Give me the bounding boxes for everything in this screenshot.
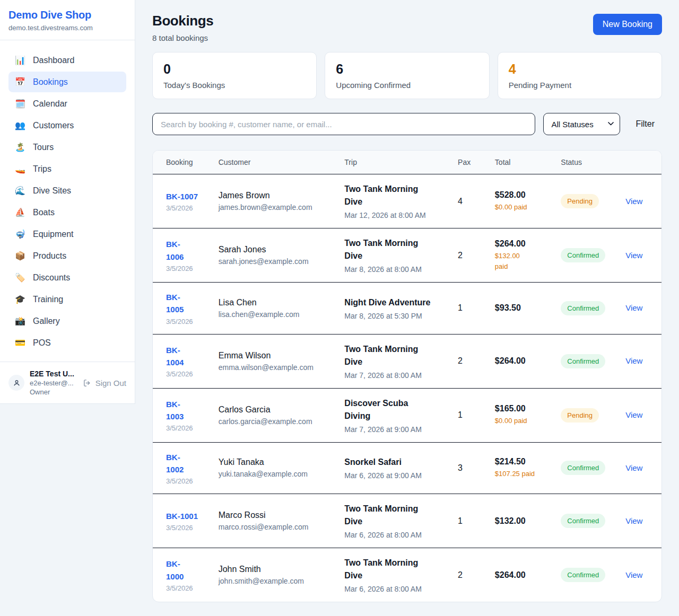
customer-email: yuki.tanaka@example.com [219, 470, 332, 478]
sidebar-item-label: POS [33, 338, 51, 348]
table-row: BK- 10063/5/2026Sarah Jonessarah.jones@e… [153, 228, 661, 283]
sidebar-item-boats[interactable]: ⛵Boats [8, 202, 126, 223]
column-header-actions [619, 151, 661, 174]
stats-row: 0Today's Bookings6Upcoming Confirmed4Pen… [152, 52, 662, 99]
sidebar-item-pos[interactable]: 💳POS [8, 332, 126, 353]
stat-card-today-s-bookings: 0Today's Bookings [152, 52, 317, 99]
sidebar-item-calendar[interactable]: 🗓️Calendar [8, 93, 126, 114]
sign-out-button[interactable]: Sign Out [83, 379, 126, 388]
view-link[interactable]: View [625, 463, 642, 472]
total-amount: $264.00 [495, 239, 549, 249]
customer-name: Lisa Chen [219, 298, 332, 307]
status-badge: Confirmed [561, 514, 605, 528]
booking-date: 3/5/2026 [166, 204, 206, 212]
bookings-table-body: BK-10073/5/2026James Brownjames.brown@ex… [153, 174, 661, 602]
sidebar-item-label: Products [33, 251, 66, 261]
search-input[interactable] [152, 113, 535, 135]
paid-amount: $0.00 paid [495, 202, 549, 213]
customer-cell: James Brownjames.brown@example.com [212, 174, 338, 228]
trip-cell: Two Tank Morning DiveMar 6, 2026 at 8:00… [338, 548, 451, 602]
status-badge: Pending [561, 194, 599, 208]
view-link[interactable]: View [625, 356, 642, 365]
user-role: Owner [30, 388, 77, 396]
pax-count: 2 [458, 251, 482, 260]
booking-id-link[interactable]: BK- 1002 [166, 451, 206, 476]
view-link[interactable]: View [625, 303, 642, 312]
trip-datetime: Mar 6, 2026 at 8:00 AM [344, 531, 445, 539]
trip-cell: Snorkel SafariMar 6, 2026 at 9:00 AM [338, 442, 451, 494]
status-cell: Pending [554, 388, 619, 442]
booking-id-link[interactable]: BK-1001 [166, 510, 206, 522]
bookings-table-card: BookingCustomerTripPaxTotalStatus BK-100… [152, 150, 662, 602]
trip-datetime: Mar 6, 2026 at 9:00 AM [344, 471, 445, 480]
sidebar-item-training[interactable]: 🎓Training [8, 289, 126, 310]
total-amount: $132.00 [495, 516, 549, 526]
status-cell: Confirmed [554, 548, 619, 602]
spiral-calendar-icon: 🗓️ [15, 99, 25, 109]
view-link[interactable]: View [625, 410, 642, 419]
booking-id-link[interactable]: BK- 1006 [166, 238, 206, 263]
booking-id-link[interactable]: BK- 1004 [166, 344, 206, 369]
pax-cell: 1 [451, 388, 489, 442]
sidebar-item-gallery[interactable]: 📸Gallery [8, 311, 126, 331]
avatar [8, 375, 24, 391]
sidebar-item-customers[interactable]: 👥Customers [8, 115, 126, 136]
actions-cell: View [619, 228, 661, 283]
sidebar-item-trips[interactable]: 🚤Trips [8, 159, 126, 179]
view-link[interactable]: View [625, 251, 642, 260]
booking-cell: BK- 10053/5/2026 [153, 283, 212, 335]
status-badge: Confirmed [561, 301, 605, 315]
sidebar-item-dive-sites[interactable]: 🌊Dive Sites [8, 180, 126, 201]
sidebar-item-tours[interactable]: 🏝️Tours [8, 137, 126, 157]
pax-count: 1 [458, 410, 482, 420]
view-link[interactable]: View [625, 516, 642, 525]
sidebar-item-discounts[interactable]: 🏷️Discounts [8, 267, 126, 288]
filter-button[interactable]: Filter [628, 119, 662, 129]
table-row: BK- 10043/5/2026Emma Wilsonemma.wilson@e… [153, 334, 661, 388]
status-filter-select[interactable]: All Statuses [543, 113, 620, 135]
booking-cell: BK-10073/5/2026 [153, 174, 212, 228]
booking-id-link[interactable]: BK-1007 [166, 190, 206, 203]
customer-cell: Carlos Garciacarlos.garcia@example.com [212, 388, 338, 442]
customer-cell: Lisa Chenlisa.chen@example.com [212, 283, 338, 335]
actions-cell: View [619, 442, 661, 494]
actions-cell: View [619, 334, 661, 388]
sidebar-item-equipment[interactable]: 🤿Equipment [8, 224, 126, 244]
view-link[interactable]: View [625, 570, 642, 579]
stat-label: Today's Bookings [163, 81, 306, 90]
trip-cell: Night Dive AdventureMar 8, 2026 at 5:30 … [338, 283, 451, 335]
paid-amount: $132.00 paid [495, 251, 549, 271]
controls-row: All Statuses Filter [152, 113, 662, 135]
view-link[interactable]: View [625, 197, 642, 206]
trip-name: Two Tank Morning Dive [344, 557, 445, 582]
trip-cell: Discover Scuba DivingMar 7, 2026 at 9:00… [338, 388, 451, 442]
people-icon: 👥 [15, 120, 25, 130]
sidebar-item-label: Training [33, 295, 63, 304]
sidebar-item-bookings[interactable]: 📅Bookings [8, 72, 126, 92]
booking-cell: BK- 10063/5/2026 [153, 228, 212, 283]
actions-cell: View [619, 548, 661, 602]
booking-id-link[interactable]: BK- 1005 [166, 291, 206, 316]
pax-cell: 1 [451, 494, 489, 548]
trip-name: Two Tank Morning Dive [344, 343, 445, 368]
shop-domain: demo.test.divestreams.com [8, 24, 126, 32]
trip-name: Night Dive Adventure [344, 296, 445, 309]
customer-cell: Sarah Jonessarah.jones@example.com [212, 228, 338, 283]
sidebar-item-products[interactable]: 📦Products [8, 245, 126, 266]
stat-label: Pending Payment [509, 81, 651, 90]
total-amount: $214.50 [495, 457, 549, 467]
total-cell: $264.00 [489, 334, 555, 388]
new-booking-button[interactable]: New Booking [593, 14, 662, 35]
page-title: Bookings [152, 13, 213, 29]
booking-date: 3/5/2026 [166, 370, 206, 378]
table-row: BK- 10003/5/2026John Smithjohn.smith@exa… [153, 548, 661, 602]
pax-count: 4 [458, 197, 482, 206]
booking-id-link[interactable]: BK- 1000 [166, 558, 206, 583]
customer-email: marco.rossi@example.com [219, 523, 332, 531]
column-header-status: Status [554, 151, 619, 174]
sidebar-item-dashboard[interactable]: 📊Dashboard [8, 50, 126, 71]
sidebar-nav: 📊Dashboard📅Bookings🗓️Calendar👥Customers🏝… [0, 40, 135, 362]
booking-id-link[interactable]: BK- 1003 [166, 398, 206, 423]
booking-cell: BK- 10003/5/2026 [153, 548, 212, 602]
actions-cell: View [619, 283, 661, 335]
